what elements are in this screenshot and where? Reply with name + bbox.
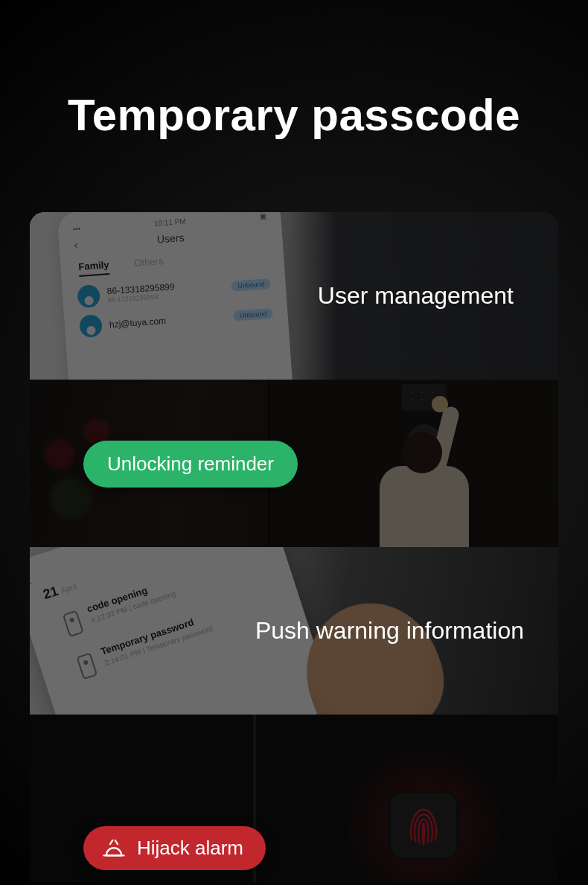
- user-row-2: hzj@tuya.com Unbound: [79, 302, 273, 338]
- back-chevron-icon: ‹: [30, 572, 34, 590]
- fingerprint-icon: [403, 802, 444, 849]
- lock-icon: [63, 610, 84, 638]
- phone-tabs: Family Others: [75, 248, 269, 277]
- card-hijack-alarm: Hijack alarm: [30, 715, 558, 882]
- child-body: [380, 466, 469, 547]
- phone-time: 10:11 PM: [154, 217, 186, 228]
- card3-label: Push warning information: [255, 547, 524, 715]
- card1-label: User management: [318, 212, 514, 380]
- hijack-alarm-pill: Hijack alarm: [83, 826, 266, 870]
- tab-family: Family: [78, 259, 110, 277]
- card-push-warning: ‹ 21April code opening 4:12:32 PM | code…: [30, 547, 558, 715]
- phone-screen-title: Users: [156, 231, 185, 246]
- child-figure: [357, 432, 476, 547]
- user-row-1-badge: Unbound: [231, 278, 271, 292]
- alarm-bell-icon: [101, 837, 127, 860]
- card-unlocking-reminder: Unlocking reminder: [30, 380, 558, 547]
- back-chevron-icon: ‹: [74, 237, 79, 252]
- card-user-management: ••• 10:11 PM ▣ ‹ Users Family Others 86-…: [30, 212, 558, 380]
- child-head: [402, 432, 442, 473]
- phone-signal-placeholder: •••: [73, 225, 81, 234]
- phone-mock-users: ••• 10:11 PM ▣ ‹ Users Family Others 86-…: [57, 212, 293, 380]
- user-row-2-email: hzj@tuya.com: [109, 311, 226, 330]
- fingerprint-sensor: [389, 790, 458, 860]
- avatar-icon: [77, 284, 100, 308]
- phone-battery-placeholder: ▣: [259, 212, 266, 220]
- log-day: 21: [41, 584, 60, 602]
- unlocking-reminder-pill: Unlocking reminder: [83, 441, 298, 488]
- lock-icon: [76, 653, 98, 680]
- user-row-1: 86-13318295899 86-13318295898 Unbound: [77, 272, 271, 308]
- page-title: Temporary passcode: [0, 89, 588, 141]
- child-hand: [432, 396, 448, 412]
- avatar-icon: [79, 314, 103, 338]
- log-month: April: [60, 581, 78, 595]
- feature-card-stack: ••• 10:11 PM ▣ ‹ Users Family Others 86-…: [30, 212, 558, 882]
- hijack-alarm-label: Hijack alarm: [137, 837, 243, 860]
- tab-others: Others: [134, 255, 164, 273]
- user-row-2-badge: Unbound: [234, 308, 273, 322]
